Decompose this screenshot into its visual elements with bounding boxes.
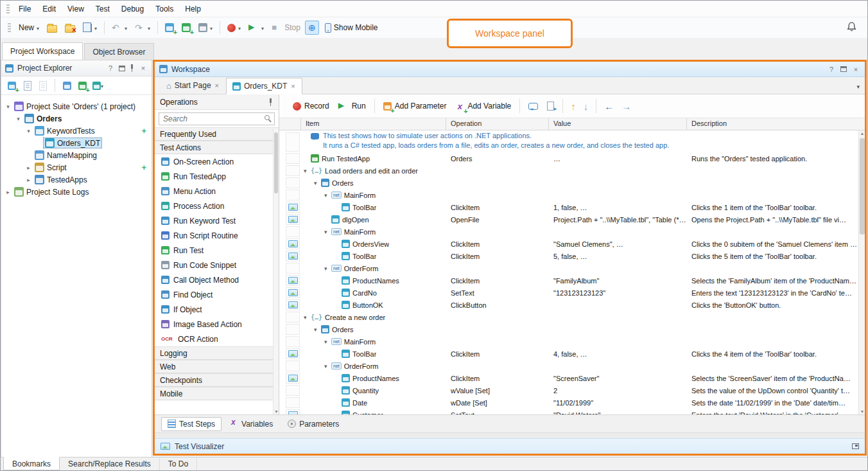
close-icon[interactable]: × bbox=[851, 66, 860, 73]
tab-search-replace-results[interactable]: Search/Replace Results bbox=[60, 458, 160, 470]
visualizer-cell[interactable] bbox=[286, 238, 300, 249]
record-button[interactable]: Record bbox=[288, 99, 334, 113]
expand-arrow[interactable]: ▾ bbox=[304, 314, 311, 321]
operation-run-test[interactable]: Run Test bbox=[155, 243, 279, 258]
step-row[interactable]: QuantitywValue [Set]2Sets the value of t… bbox=[279, 384, 858, 396]
step-row[interactable]: ToolBarClickItem1, false, …Clicks the 1 … bbox=[279, 201, 858, 213]
tab-start-page[interactable]: ⌂Start Page× bbox=[160, 77, 226, 94]
close-icon[interactable]: × bbox=[139, 64, 148, 72]
operation-run-keyword-test[interactable]: Run Keyword Test bbox=[155, 213, 279, 228]
operation-run-script-routine[interactable]: Run Script Routine bbox=[155, 228, 279, 243]
expand-arrow[interactable]: ▾ bbox=[304, 168, 311, 174]
tree-expand-arrow[interactable]: ▾ bbox=[4, 103, 12, 110]
tree-item-project-suite-orders-1-project[interactable]: ▾Project Suite 'Orders' (1 project) bbox=[1, 100, 152, 112]
step-row[interactable]: ToolBarClickItem4, false, …Clicks the 4 … bbox=[279, 348, 858, 360]
category-logging[interactable]: Logging bbox=[155, 346, 279, 360]
tree-expand-arrow[interactable]: ▾ bbox=[14, 116, 22, 122]
visualizer-thumbnail-icon[interactable] bbox=[288, 411, 298, 414]
step-row[interactable]: ▾netMainForm bbox=[279, 335, 858, 348]
undo-button[interactable] bbox=[108, 20, 130, 36]
operation-on-screen-action[interactable]: On-Screen Action bbox=[155, 154, 279, 169]
scroll-down-icon[interactable]: ▼ bbox=[273, 409, 279, 414]
visualizer-cell[interactable] bbox=[286, 202, 300, 213]
tab-orders-kdt[interactable]: Orders_KDT× bbox=[226, 78, 302, 94]
scroll-up-icon[interactable]: ▲ bbox=[859, 131, 865, 136]
operation-run-testedapp[interactable]: Run TestedApp bbox=[155, 169, 279, 184]
menu-debug[interactable]: Debug bbox=[116, 1, 150, 17]
visualizer-thumbnail-icon[interactable] bbox=[288, 289, 298, 296]
object-spy-button[interactable] bbox=[305, 21, 319, 35]
visualizer-cell[interactable] bbox=[286, 348, 300, 359]
toolbar-grip[interactable] bbox=[8, 23, 11, 32]
step-row[interactable]: ▾netMainForm bbox=[279, 226, 858, 238]
float-window-icon[interactable] bbox=[840, 66, 847, 72]
float-window-icon[interactable] bbox=[119, 66, 125, 71]
tab-to-do[interactable]: To Do bbox=[160, 458, 197, 470]
tree-expand-arrow[interactable]: ▸ bbox=[24, 164, 33, 171]
visualizer-cell[interactable] bbox=[286, 275, 300, 286]
tree-expand-arrow[interactable]: ▸ bbox=[4, 189, 12, 195]
visualizer-thumbnail-icon[interactable] bbox=[288, 350, 298, 357]
category-web[interactable]: Web bbox=[155, 360, 279, 373]
expand-arrow[interactable]: ▾ bbox=[314, 326, 321, 333]
category-mobile[interactable]: Mobile bbox=[155, 387, 279, 400]
help-icon[interactable]: ? bbox=[827, 66, 836, 73]
scrollbar-thumb[interactable] bbox=[860, 138, 865, 235]
visualizer-thumbnail-icon[interactable] bbox=[288, 216, 298, 223]
chevron-down-icon[interactable] bbox=[148, 23, 150, 32]
step-row[interactable]: ▾Orders bbox=[279, 177, 858, 189]
visualizer-thumbnail-icon[interactable] bbox=[288, 240, 298, 247]
record-button[interactable] bbox=[224, 20, 244, 36]
tree-item-project-suite-logs[interactable]: ▸Project Suite Logs bbox=[1, 186, 152, 198]
tree-item-keywordtests[interactable]: ▾KeywordTests+ bbox=[1, 125, 152, 137]
run-modes-button[interactable] bbox=[92, 80, 104, 92]
chevron-down-icon[interactable] bbox=[101, 81, 103, 90]
add-item-button[interactable]: + bbox=[141, 126, 146, 136]
run-project-button[interactable] bbox=[76, 80, 89, 92]
group-row[interactable]: ▾{…}Create a new order bbox=[279, 311, 858, 323]
show-mobile-button[interactable]: Show Mobile bbox=[320, 20, 381, 36]
record-new-test-button[interactable] bbox=[178, 20, 194, 36]
step-row[interactable]: Run TestedAppOrders…Runs the "Orders" te… bbox=[279, 152, 858, 164]
pin-icon[interactable] bbox=[268, 98, 273, 106]
search-input[interactable] bbox=[159, 112, 275, 125]
toggle-comments-button[interactable] bbox=[524, 100, 542, 112]
tree-expand-arrow[interactable]: ▾ bbox=[24, 128, 33, 134]
remove-item-button[interactable] bbox=[37, 80, 49, 92]
tab-bookmarks[interactable]: Bookmarks bbox=[3, 457, 60, 470]
tree-item-orders-kdt[interactable]: Orders_KDT bbox=[1, 137, 152, 149]
help-icon[interactable]: ? bbox=[106, 64, 115, 72]
comment-row[interactable]: This test shows how to simulate user act… bbox=[279, 130, 858, 152]
category-test-actions[interactable]: Test Actions bbox=[155, 141, 279, 154]
tab-parameters[interactable]: Parameters bbox=[281, 417, 345, 431]
outdent-button[interactable]: ← bbox=[600, 101, 618, 112]
column-header-value[interactable]: Value bbox=[549, 118, 687, 130]
step-row[interactable]: ProductNamesClickItem"FamilyAlbum"Select… bbox=[279, 274, 858, 287]
tree-item-orders[interactable]: ▾Orders bbox=[1, 112, 152, 125]
run-button[interactable]: Run bbox=[334, 98, 370, 114]
operation-find-object[interactable]: Find Object bbox=[155, 287, 279, 302]
table-scrollbar[interactable]: ▲ ▼ bbox=[858, 130, 865, 414]
new-button[interactable]: New bbox=[15, 20, 42, 36]
step-row[interactable]: ▾netOrderForm bbox=[279, 262, 858, 274]
step-row[interactable]: CustomerSetText"David Waters"Enters the … bbox=[279, 409, 858, 414]
run-button[interactable] bbox=[245, 20, 267, 36]
expand-arrow[interactable]: ▾ bbox=[324, 192, 331, 199]
indent-button[interactable]: → bbox=[618, 101, 635, 112]
visualizer-cell[interactable] bbox=[286, 409, 300, 414]
category-checkpoints[interactable]: Checkpoints bbox=[155, 373, 279, 387]
chevron-down-icon[interactable] bbox=[261, 23, 264, 32]
expand-panel-icon[interactable] bbox=[852, 443, 859, 449]
operation-menu-action[interactable]: Menu Action bbox=[155, 184, 279, 199]
tree-item-testedapps[interactable]: ▸TestedApps bbox=[1, 173, 152, 186]
step-row[interactable]: ▾netMainForm bbox=[279, 189, 858, 201]
expand-arrow[interactable]: ▾ bbox=[324, 339, 331, 345]
operations-scrollbar[interactable]: ▼ bbox=[273, 129, 279, 414]
expand-arrow[interactable]: ▾ bbox=[324, 363, 331, 369]
menu-tools[interactable]: Tools bbox=[150, 1, 179, 17]
splitter[interactable] bbox=[155, 432, 865, 438]
tree-item-namemapping[interactable]: NameMapping bbox=[1, 149, 152, 161]
expand-arrow[interactable]: ▾ bbox=[314, 180, 321, 186]
operation-process-action[interactable]: Process Action bbox=[155, 199, 279, 213]
step-row[interactable]: ▾netOrderForm bbox=[279, 360, 858, 372]
